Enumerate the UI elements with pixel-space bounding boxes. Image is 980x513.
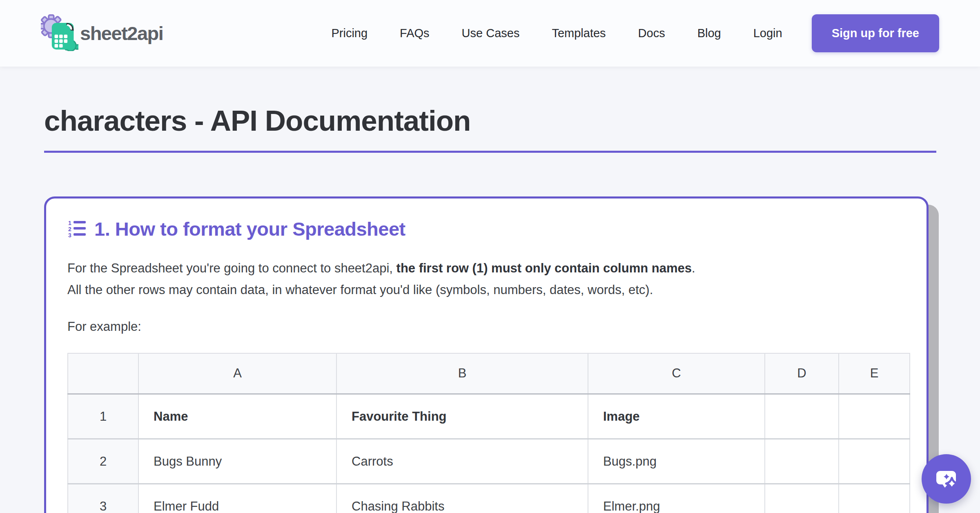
documentation-card: 1 2 3 1. How to format your Spreadsheet … <box>44 196 929 513</box>
svg-text:3: 3 <box>68 232 71 238</box>
title-divider <box>44 151 936 153</box>
cell: Carrots <box>336 439 588 484</box>
cell: Bugs Bunny <box>138 439 336 484</box>
sheet2api-logo-icon <box>41 14 78 53</box>
cell: Chasing Rabbits <box>336 484 588 513</box>
chat-sparkle-icon <box>933 466 960 493</box>
table-row: 1 Name Favourite Thing Image <box>68 394 910 439</box>
svg-text:2: 2 <box>68 226 71 232</box>
intro-text-post: . <box>692 261 695 275</box>
cell: Name <box>138 394 336 439</box>
signup-button[interactable]: Sign up for free <box>812 14 939 52</box>
corner-cell <box>68 353 138 394</box>
main-nav: Pricing FAQs Use Cases Templates Docs Bl… <box>331 27 782 40</box>
nav-link-faqs[interactable]: FAQs <box>400 27 430 40</box>
nav-link-blog[interactable]: Blog <box>697 27 721 40</box>
intro-text-line2: All the other rows may contain data, in … <box>67 283 653 297</box>
numbered-list-icon: 1 2 3 <box>67 219 87 238</box>
svg-text:1: 1 <box>68 220 71 226</box>
intro-text-pre: For the Spreadsheet you're going to conn… <box>67 261 396 275</box>
nav-link-login[interactable]: Login <box>753 27 782 40</box>
brand-logo[interactable]: sheet2api <box>41 14 163 53</box>
column-header-a: A <box>138 353 336 394</box>
nav-link-templates[interactable]: Templates <box>552 27 606 40</box>
brand-name: sheet2api <box>80 22 163 45</box>
cell: Elmer.png <box>588 484 765 513</box>
chat-widget-button[interactable] <box>922 454 971 504</box>
cell: Image <box>588 394 765 439</box>
cell: Elmer Fudd <box>138 484 336 513</box>
cell <box>765 484 839 513</box>
example-spreadsheet-table: A B C D E 1 Name Favourite Thing Image 2… <box>67 353 910 513</box>
cell: Favourite Thing <box>336 394 588 439</box>
column-header-row: A B C D E <box>68 353 910 394</box>
column-header-e: E <box>839 353 910 394</box>
intro-paragraph: For the Spreadsheet you're going to conn… <box>67 257 905 301</box>
nav-link-use-cases[interactable]: Use Cases <box>462 27 520 40</box>
column-header-d: D <box>765 353 839 394</box>
nav-link-docs[interactable]: Docs <box>638 27 665 40</box>
intro-text-bold: the first row (1) must only contain colu… <box>396 261 692 275</box>
cell <box>839 484 910 513</box>
cell <box>765 439 839 484</box>
example-label: For example: <box>67 319 905 334</box>
nav-link-pricing[interactable]: Pricing <box>331 27 368 40</box>
table-row: 2 Bugs Bunny Carrots Bugs.png <box>68 439 910 484</box>
cell <box>765 394 839 439</box>
page-title: characters - API Documentation <box>44 104 980 138</box>
cell <box>839 394 910 439</box>
top-navbar: sheet2api Pricing FAQs Use Cases Templat… <box>0 0 980 67</box>
cell: Bugs.png <box>588 439 765 484</box>
row-number: 3 <box>68 484 138 513</box>
section-title: 1. How to format your Spreadsheet <box>94 218 405 240</box>
row-number: 1 <box>68 394 138 439</box>
column-header-c: C <box>588 353 765 394</box>
section-heading: 1 2 3 1. How to format your Spreadsheet <box>67 218 905 240</box>
row-number: 2 <box>68 439 138 484</box>
column-header-b: B <box>336 353 588 394</box>
table-row: 3 Elmer Fudd Chasing Rabbits Elmer.png <box>68 484 910 513</box>
cell <box>839 439 910 484</box>
